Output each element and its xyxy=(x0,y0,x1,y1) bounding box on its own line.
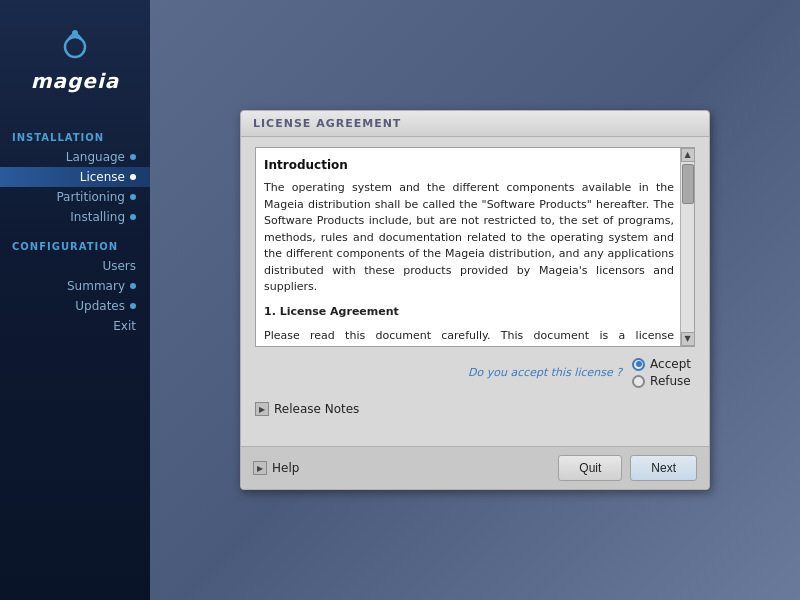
sidebar-item-language-dot xyxy=(130,154,136,160)
sidebar-item-license[interactable]: License xyxy=(0,167,150,187)
release-notes-icon: ▶ xyxy=(255,402,269,416)
sidebar-item-summary-dot xyxy=(130,283,136,289)
license-question-row: Do you accept this license ? Accept Refu… xyxy=(255,355,695,390)
help-link[interactable]: Help xyxy=(272,461,299,475)
scroll-down-arrow[interactable]: ▼ xyxy=(681,332,695,346)
accept-option[interactable]: Accept xyxy=(632,357,691,371)
installation-section-title: INSTALLATION xyxy=(0,124,150,147)
radio-group: Accept Refuse xyxy=(632,357,691,388)
svg-point-0 xyxy=(65,37,85,57)
main-content: LICENSE AGREEMENT Introduction The opera… xyxy=(150,0,800,600)
footer-help: ▶ Help xyxy=(253,461,550,475)
sidebar-item-installing-label: Installing xyxy=(70,210,125,224)
sidebar-item-summary[interactable]: Summary xyxy=(0,276,150,296)
quit-button[interactable]: Quit xyxy=(558,455,622,481)
app-name: mageia xyxy=(31,69,120,93)
mageia-logo-icon xyxy=(55,25,95,65)
license-heading: Introduction xyxy=(264,156,674,174)
sidebar-item-language[interactable]: Language xyxy=(0,147,150,167)
sidebar-item-users[interactable]: Users xyxy=(0,256,150,276)
sidebar-item-license-label: License xyxy=(80,170,125,184)
accept-label: Accept xyxy=(650,357,691,371)
sidebar-item-exit-label: Exit xyxy=(113,319,136,333)
sidebar-item-updates-label: Updates xyxy=(75,299,125,313)
sidebar-item-updates-dot xyxy=(130,303,136,309)
refuse-radio[interactable] xyxy=(632,375,645,388)
dialog-title: LICENSE AGREEMENT xyxy=(253,117,401,130)
accept-radio[interactable] xyxy=(632,358,645,371)
configuration-section-title: CONFIGURATION xyxy=(0,233,150,256)
dialog-title-bar: LICENSE AGREEMENT xyxy=(241,111,709,137)
license-question-text: Do you accept this license ? xyxy=(468,366,622,379)
sidebar: mageia INSTALLATION Language License Par… xyxy=(0,0,150,600)
refuse-label: Refuse xyxy=(650,374,691,388)
dialog-body: Introduction The operating system and th… xyxy=(241,137,709,446)
sidebar-item-users-label: Users xyxy=(102,259,136,273)
license-paragraph2: Please read this document carefully. Thi… xyxy=(264,328,674,347)
license-heading2: 1. License Agreement xyxy=(264,304,674,321)
svg-point-1 xyxy=(72,30,78,36)
release-notes-row[interactable]: ▶ Release Notes xyxy=(255,398,695,418)
dialog-footer: ▶ Help Quit Next xyxy=(241,446,709,489)
license-dialog: LICENSE AGREEMENT Introduction The opera… xyxy=(240,110,710,490)
sidebar-item-installing[interactable]: Installing xyxy=(0,207,150,227)
help-icon: ▶ xyxy=(253,461,267,475)
refuse-option[interactable]: Refuse xyxy=(632,374,691,388)
sidebar-item-partitioning[interactable]: Partitioning xyxy=(0,187,150,207)
sidebar-item-partitioning-dot xyxy=(130,194,136,200)
logo-area: mageia xyxy=(21,10,130,118)
sidebar-item-license-dot xyxy=(130,174,136,180)
scroll-thumb[interactable] xyxy=(682,164,694,204)
sidebar-item-installing-dot xyxy=(130,214,136,220)
sidebar-item-exit[interactable]: Exit xyxy=(0,316,150,336)
release-notes-link[interactable]: Release Notes xyxy=(274,402,359,416)
license-text: Introduction The operating system and th… xyxy=(264,156,674,347)
sidebar-item-summary-label: Summary xyxy=(67,279,125,293)
license-scroll-area[interactable]: Introduction The operating system and th… xyxy=(255,147,695,347)
sidebar-item-updates[interactable]: Updates xyxy=(0,296,150,316)
next-button[interactable]: Next xyxy=(630,455,697,481)
sidebar-item-partitioning-label: Partitioning xyxy=(56,190,125,204)
license-paragraph1: The operating system and the different c… xyxy=(264,180,674,296)
sidebar-item-language-label: Language xyxy=(66,150,125,164)
scrollbar-track[interactable]: ▲ ▼ xyxy=(680,148,694,346)
scroll-up-arrow[interactable]: ▲ xyxy=(681,148,695,162)
